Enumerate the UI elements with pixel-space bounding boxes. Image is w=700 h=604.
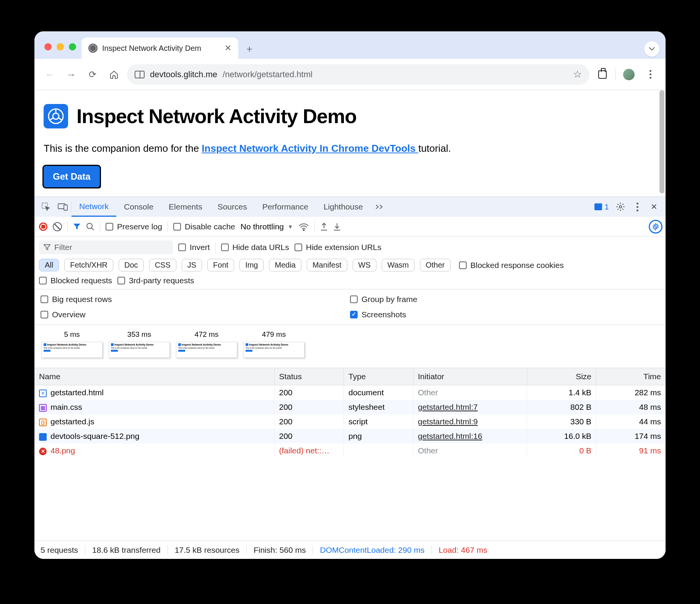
new-tab-button[interactable]: ＋ [241,41,257,57]
invert-checkbox[interactable]: Invert [178,243,210,252]
table-row[interactable]: devtools-square-512.png 200 png getstart… [34,429,666,443]
disable-cache-checkbox[interactable]: Disable cache [173,222,235,231]
preserve-log-checkbox[interactable]: Preserve log [106,222,162,231]
tab-strip: Inspect Network Activity Dem ✕ ＋ [34,31,666,59]
inspect-element-icon[interactable] [37,203,54,211]
filter-chip-css[interactable]: CSS [149,259,176,271]
issues-button[interactable]: 1 [591,202,612,211]
svg-point-8 [655,226,657,227]
view-options: Big request rows Overview Group by frame… [34,289,666,325]
table-row[interactable]: ✕48.png (failed) net::… Other 0 B 91 ms [34,443,666,458]
home-button[interactable] [106,66,122,83]
table-row[interactable]: {}getstarted.js 200 script getstarted.ht… [34,414,666,429]
upload-har-icon[interactable] [320,222,328,231]
filter-toggle-icon[interactable] [73,223,81,231]
filter-chip-doc[interactable]: Doc [119,259,144,271]
tutorial-link[interactable]: Inspect Network Activity In Chrome DevTo… [202,143,418,154]
record-button[interactable] [39,222,47,231]
close-tab-icon[interactable]: ✕ [225,43,231,53]
svg-point-1 [53,113,59,119]
col-time[interactable]: Time [596,368,666,385]
filter-chip-manifest[interactable]: Manifest [307,259,347,271]
filter-chip-img[interactable]: Img [239,259,264,271]
scrollbar[interactable] [659,90,664,193]
status-bar: 5 requests 18.6 kB transferred 17.5 kB r… [34,541,666,559]
col-status[interactable]: Status [274,368,344,385]
download-har-icon[interactable] [333,222,341,231]
group-by-frame-checkbox[interactable]: Group by frame [350,295,659,304]
col-name[interactable]: Name [34,368,274,385]
filmstrip-frame[interactable]: 479 msInspect Network Activity DemoThis … [243,330,304,358]
search-icon[interactable] [86,222,94,231]
blocked-requests-checkbox[interactable]: Blocked requests [39,276,112,285]
tabs-menu-button[interactable] [644,41,659,57]
filmstrip: 5 msInspect Network Activity DemoThis is… [34,325,666,368]
forward-button[interactable]: → [63,66,80,83]
tab-title: Inspect Network Activity Dem [102,44,220,53]
tab-elements[interactable]: Elements [161,197,210,217]
bookmark-icon[interactable]: ☆ [573,68,582,80]
site-info-icon[interactable] [135,71,145,78]
blocked-cookies-checkbox[interactable]: Blocked response cookies [459,261,564,270]
request-table: Name Status Type Initiator Size Time ≡ge… [34,368,666,541]
minimize-window[interactable] [57,43,64,50]
throttling-select[interactable]: No throttling ▼ [241,222,293,231]
filmstrip-frame[interactable]: 5 msInspect Network Activity DemoThis is… [41,330,103,358]
filter-input[interactable]: Filter [39,240,173,254]
table-row[interactable]: ≡getstarted.html 200 document Other 1.4 … [34,385,666,400]
browser-menu-button[interactable] [642,66,659,83]
page-description: This is the companion demo for the Inspe… [44,141,656,155]
hide-data-urls-checkbox[interactable]: Hide data URLs [221,243,289,252]
address-bar[interactable]: devtools.glitch.me/network/getstarted.ht… [127,64,589,85]
status-finish: Finish: 560 ms [247,546,313,555]
devtools-tabs: Network Console Elements Sources Perform… [34,197,666,217]
file-type-icon: ≡ [39,390,47,397]
hide-extension-urls-checkbox[interactable]: Hide extension URLs [295,243,381,252]
col-size[interactable]: Size [527,368,596,385]
status-requests: 5 requests [41,546,85,555]
settings-icon[interactable] [612,202,629,211]
clear-button[interactable] [53,222,62,231]
filter-chip-media[interactable]: Media [269,259,301,271]
table-row[interactable]: ▨main.css 200 stylesheet getstarted.html… [34,400,666,414]
chevron-down-icon: ▼ [288,224,293,230]
filter-chip-wasm[interactable]: Wasm [382,259,415,271]
svg-point-5 [619,206,622,208]
more-tabs-icon[interactable] [371,204,387,209]
filter-chip-other[interactable]: Other [420,259,451,271]
get-data-button[interactable]: Get Data [44,166,100,187]
filter-chip-ws[interactable]: WS [353,259,376,271]
filter-chip-fetch[interactable]: Fetch/XHR [64,259,113,271]
maximize-window[interactable] [69,43,76,50]
extensions-button[interactable] [594,66,611,83]
big-rows-checkbox[interactable]: Big request rows [41,295,350,304]
col-initiator[interactable]: Initiator [413,368,527,385]
tab-console[interactable]: Console [116,197,161,217]
reload-button[interactable]: ⟳ [84,66,101,83]
tab-performance[interactable]: Performance [255,197,316,217]
browser-tab[interactable]: Inspect Network Activity Dem ✕ [81,37,238,59]
close-devtools-icon[interactable]: ✕ [646,202,663,211]
filmstrip-frame[interactable]: 472 msInspect Network Activity DemoThis … [176,330,237,358]
profile-button[interactable] [620,66,637,83]
network-settings-icon[interactable] [649,220,663,234]
filter-chip-js[interactable]: JS [182,259,202,271]
back-button[interactable]: ← [41,66,58,83]
tab-lighthouse[interactable]: Lighthouse [316,197,371,217]
screenshots-checkbox[interactable]: Screenshots [350,310,659,319]
file-type-icon: {} [39,419,47,426]
device-toolbar-icon[interactable] [54,203,71,211]
devtools-menu-icon[interactable] [629,203,646,211]
col-type[interactable]: Type [344,368,413,385]
overview-checkbox[interactable]: Overview [41,310,350,319]
filmstrip-frame[interactable]: 353 msInspect Network Activity DemoThis … [109,330,170,358]
tab-sources[interactable]: Sources [210,197,255,217]
third-party-checkbox[interactable]: 3rd-party requests [117,276,194,285]
issues-count: 1 [604,202,609,211]
tab-network[interactable]: Network [72,197,116,217]
filter-chip-font[interactable]: Font [207,259,234,271]
filter-bar: Filter Invert Hide data URLs Hide extens… [34,237,666,289]
close-window[interactable] [44,43,52,50]
network-conditions-icon[interactable] [298,222,309,231]
filter-chip-all[interactable]: All [39,259,59,271]
